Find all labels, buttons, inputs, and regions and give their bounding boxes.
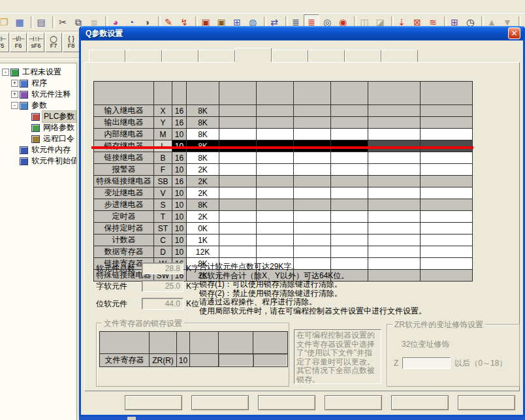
close-icon[interactable]: ✕ [508,27,520,39]
latch2-end-cell[interactable] [331,187,368,199]
latch1-end-cell[interactable] [257,129,294,140]
device-points-cell[interactable]: 8K [187,152,219,164]
dialog-button[interactable] [125,395,182,410]
menu-item[interactable] [104,5,118,8]
latch2-start-cell[interactable] [294,234,331,246]
dialog-titlebar[interactable]: Q参数设置 ✕ [81,26,523,40]
tab[interactable] [125,50,162,62]
local-device-end-cell[interactable] [421,176,473,187]
local-device-start-cell[interactable] [368,105,421,117]
device-points-cell[interactable]: 2K [187,187,219,199]
latch1-end-cell[interactable] [257,187,294,199]
local-device-end-cell[interactable] [421,105,473,117]
toolbar-button[interactable]: ▦ [12,14,27,30]
latch2-start-cell[interactable] [294,129,331,140]
local-device-end-cell[interactable] [421,199,473,211]
local-device-end-cell[interactable] [421,223,473,234]
ladder-key-button[interactable]: ⊣/⊢ F6 [10,33,27,52]
device-row[interactable]: 步进继电器 S 10 8K [94,199,473,211]
ladder-key-button[interactable]: ◯ F7 [45,33,62,52]
latch2-end-cell[interactable] [331,164,368,176]
ladder-key-button[interactable]: ⊣↑⊢ sF6 [27,33,44,52]
local-device-end-cell[interactable] [421,187,473,199]
local-device-start-cell[interactable] [368,164,421,176]
tab[interactable] [345,50,381,62]
device-row[interactable]: 计数器 C 10 1K [94,234,473,246]
latch2-end-cell[interactable] [331,117,368,129]
tab[interactable] [89,50,125,62]
latch1-start-cell[interactable] [219,211,257,223]
device-row[interactable]: 输入继电器 X 16 8K [94,105,473,117]
latch1-end-cell[interactable] [257,223,294,234]
tab[interactable] [235,48,272,62]
latch1-start-cell[interactable] [219,176,257,187]
local-device-end-cell[interactable] [421,246,473,258]
tree-item[interactable]: 网络参数 [1,122,76,133]
device-points-cell[interactable]: 2K [187,211,219,223]
tree-expander[interactable]: - [11,102,18,109]
latch1-start-cell[interactable] [219,129,257,140]
latch2-start-cell[interactable] [294,117,331,129]
latch2-end-cell[interactable] [331,246,368,258]
latch2-end-cell[interactable] [331,176,368,187]
device-row[interactable]: 变址继电器 V 10 2K [94,187,473,199]
latch1-end-cell[interactable] [257,117,294,129]
file-register-latch2-start-cell[interactable] [219,354,253,367]
latch1-start-cell[interactable] [219,164,257,176]
device-points-cell[interactable]: 8K [187,129,219,140]
latch2-end-cell[interactable] [331,105,368,117]
local-device-end-cell[interactable] [421,164,473,176]
latch1-end-cell[interactable] [257,152,294,164]
menu-item[interactable] [18,5,31,8]
tree-expander[interactable]: - [2,69,9,76]
device-row[interactable]: 内部继电器 M 10 8K [94,129,473,140]
device-row[interactable]: 保持定时器 ST 10 0K [94,223,473,234]
menu-item[interactable] [4,5,17,8]
file-register-points-cell[interactable] [190,354,219,367]
device-row[interactable]: 输出继电器 Y 16 8K [94,117,473,129]
device-points-cell[interactable]: 8K [187,105,219,117]
latch2-end-cell[interactable] [331,152,368,164]
tab[interactable] [199,50,235,62]
latch2-start-cell[interactable] [294,176,331,187]
latch2-start-cell[interactable] [294,223,331,234]
latch1-start-cell[interactable] [219,234,257,246]
menu-item[interactable] [61,5,74,8]
device-row[interactable]: 数据寄存器 D 10 12K [94,246,473,258]
local-device-end-cell[interactable] [421,117,473,129]
tree-item[interactable]: 远程口令 [1,133,76,144]
latch2-start-cell[interactable] [294,105,331,117]
latch2-start-cell[interactable] [294,199,331,211]
local-device-start-cell[interactable] [368,176,421,187]
tab[interactable] [308,50,345,62]
latch1-start-cell[interactable] [219,223,257,234]
tree-item[interactable]: PLC参数 [1,111,76,122]
menu-item[interactable] [76,5,89,8]
latch1-end-cell[interactable] [257,246,294,258]
latch2-start-cell[interactable] [294,211,331,223]
tree-item[interactable]: - 参数 [1,100,76,111]
tree-expander[interactable]: + [11,91,18,98]
device-points-cell[interactable]: 2K [187,164,219,176]
local-device-end-cell[interactable] [421,258,473,270]
local-device-start-cell[interactable] [368,187,421,199]
latch1-end-cell[interactable] [257,164,294,176]
local-device-start-cell[interactable] [368,234,421,246]
device-points-cell[interactable]: 12K [187,246,219,258]
local-device-start-cell[interactable] [368,223,421,234]
latch2-end-cell[interactable] [331,199,368,211]
tab[interactable] [381,50,418,62]
latch1-end-cell[interactable] [257,199,294,211]
local-device-end-cell[interactable] [421,270,473,282]
toolbar-button[interactable]: ❒ [0,14,12,30]
latch1-end-cell[interactable] [257,234,294,246]
dialog-button[interactable] [191,395,249,410]
device-points-cell[interactable]: 2K [187,176,219,187]
ladder-key-button[interactable]: ⊣⊢ F5 [0,33,9,52]
latch2-start-cell[interactable] [294,187,331,199]
local-device-end-cell[interactable] [421,129,473,140]
latch2-start-cell[interactable] [294,164,331,176]
local-device-start-cell[interactable] [368,211,421,223]
local-device-start-cell[interactable] [368,199,421,211]
zr-index-input[interactable] [402,357,451,369]
